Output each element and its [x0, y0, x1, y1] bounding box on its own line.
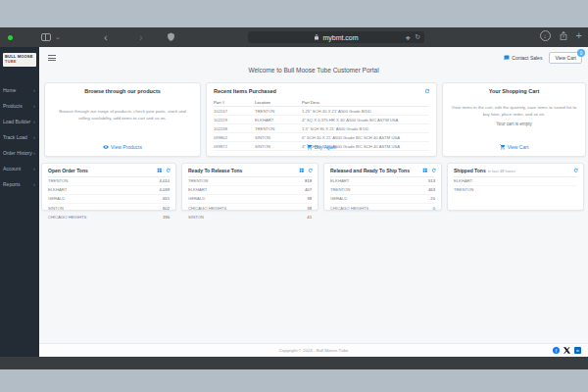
new-tab-icon[interactable]: +: [576, 30, 582, 41]
stat-row: TRENTON: [454, 186, 577, 194]
grid-icon[interactable]: [422, 168, 428, 173]
part-number: 102248: [214, 124, 255, 133]
chevron-right-icon: ›: [33, 87, 35, 93]
cart-count-badge: 0: [577, 49, 585, 57]
stat-row: GERALD38: [188, 195, 312, 204]
view-products-label: View Products: [111, 144, 142, 150]
view-cart-label: View Cart: [555, 55, 576, 61]
sidebar-item-account[interactable]: Account ›: [0, 161, 39, 176]
sidebar-item-reports[interactable]: Reports ›: [0, 176, 39, 192]
stat-row: ELKHART513: [330, 177, 435, 186]
view-cart-link[interactable]: View Cart: [443, 144, 585, 150]
x-twitter-icon[interactable]: [564, 347, 570, 354]
buy-again-label: Buy Again: [315, 144, 337, 150]
col-part: Part #: [214, 98, 255, 107]
back-button[interactable]: ‹: [104, 30, 108, 44]
cart-icon: [500, 144, 506, 150]
view-cart-button[interactable]: View Cart 0: [549, 52, 582, 64]
chat-icon: [504, 55, 510, 61]
stat-row: TRENTON463: [330, 186, 435, 195]
browse-products-card: Browse through our products Browse throu…: [44, 82, 201, 157]
browser-sidebar-toggle-icon[interactable]: [41, 33, 51, 41]
chevron-right-icon: ›: [33, 134, 35, 140]
logo-line2: TUBE: [5, 60, 34, 65]
ready-to-release-tons-card: Ready To Release Tons TRENTON818 ELKHART…: [181, 163, 318, 211]
stat-row: TRENTON4,010: [48, 177, 170, 186]
part-desc: 6" SCH 40 X 21' A500 Grade B/C SCH 40 AS…: [302, 133, 429, 142]
part-number: 102247: [214, 107, 255, 116]
stat-row: ELKHART4,039: [48, 186, 170, 195]
table-row: 102248 TRENTON 1.5" SCH 80 X 21' A500 Gr…: [214, 124, 429, 133]
part-desc: 1.25" SCH 40 X 21' A500 Grade B/DD: [302, 107, 429, 116]
table-row: 102247 TRENTON 1.25" SCH 40 X 21' A500 G…: [214, 107, 429, 116]
released-ready-to-ship-tons-card: Released and Ready To Ship Tons ELKHART5…: [323, 163, 442, 211]
sidebar-item-label: Home: [3, 87, 16, 93]
sidebar-item-label: Products: [3, 103, 23, 109]
stat-title: Shipped Tons: [454, 168, 486, 173]
extension-icon[interactable]: ❖: [406, 34, 411, 41]
part-desc: 1.5" SCH 80 X 21' A500 Grade B DD: [302, 124, 429, 133]
stat-row: GERALD20: [330, 195, 435, 204]
chevron-right-icon: ›: [33, 103, 35, 109]
downloads-icon[interactable]: ↓: [540, 30, 551, 41]
sidebar-menu: Home › Products › Load Builder › Track L…: [0, 82, 39, 192]
sidebar-item-label: Order History: [3, 150, 32, 156]
recent-items-card: Recent Items Purchased Part # Location P…: [206, 82, 437, 157]
card-body: View items in the cart, edit the quantit…: [451, 105, 577, 118]
sidebar-item-label: Track Load: [3, 134, 27, 140]
part-desc: 4" SQ X 0.375 HR X 40' A500 Grade B/C AS…: [302, 116, 429, 124]
stat-row: ELKHART407: [188, 186, 312, 195]
sidebar-item-label: Load Builder: [3, 119, 30, 124]
shopping-cart-card: Your Shopping Cart View items in the car…: [442, 82, 586, 157]
chevron-right-icon: ›: [33, 181, 35, 187]
refresh-icon[interactable]: [308, 168, 314, 173]
grid-icon[interactable]: [157, 168, 163, 173]
stat-row: CHICAGO HEIGHTS38: [188, 204, 312, 213]
traffic-light-green[interactable]: [8, 35, 13, 40]
chevron-right-icon: ›: [33, 119, 35, 124]
recent-items-table: Part # Location Part Desc 102247 TRENTON…: [214, 98, 429, 151]
main-content: Contact Sales View Cart 0 Welcome to Bul…: [39, 47, 588, 357]
view-products-link[interactable]: View Products: [45, 144, 200, 150]
refresh-icon[interactable]: [431, 168, 437, 173]
chevron-right-icon: ›: [33, 166, 35, 172]
facebook-icon[interactable]: f: [553, 347, 560, 354]
col-desc: Part Desc: [302, 98, 429, 107]
open-order-tons-card: Open Order Tons TRENTON4,010 ELKHART4,03…: [41, 163, 176, 211]
location: SINTON: [255, 133, 302, 142]
stat-title: Ready To Release Tons: [188, 168, 242, 173]
table-row: 102229 ELKHART 4" SQ X 0.375 HR X 40' A5…: [214, 116, 429, 124]
sidebar-item-track-load[interactable]: Track Load ›: [0, 129, 39, 145]
share-icon[interactable]: [559, 30, 568, 41]
lock-icon: [314, 34, 319, 40]
forward-button[interactable]: ›: [139, 30, 143, 44]
contact-sales-button[interactable]: Contact Sales: [504, 55, 542, 61]
stat-row: CHICAGO HEIGHTS0: [330, 204, 435, 212]
copyright-text: Copyright © 2024 - Bull Moose Tube: [39, 348, 588, 353]
sidebar-item-load-builder[interactable]: Load Builder ›: [0, 114, 39, 129]
stat-row: CHICAGO HEIGHTS190: [48, 213, 170, 220]
bull-moose-tube-logo[interactable]: BULL MOOSE TUBE: [3, 53, 36, 67]
sidebar-item-order-history[interactable]: Order History ›: [0, 145, 39, 161]
sidebar-item-products[interactable]: Products ›: [0, 98, 39, 114]
sidebar-item-home[interactable]: Home ›: [0, 82, 39, 98]
card-title: Recent Items Purchased: [214, 88, 429, 94]
part-number: 099802: [214, 133, 255, 142]
part-number: 102229: [214, 116, 255, 124]
stat-row: TRENTON818: [188, 177, 312, 186]
buy-again-button[interactable]: Buy Again: [207, 144, 436, 150]
stat-row: SINTON41: [188, 213, 312, 220]
refresh-icon[interactable]: [166, 168, 172, 173]
linkedin-icon[interactable]: in: [574, 347, 581, 354]
grid-icon[interactable]: [299, 168, 305, 173]
refresh-icon[interactable]: [573, 168, 579, 173]
reload-icon[interactable]: ↻: [415, 33, 420, 41]
refresh-icon[interactable]: [424, 88, 430, 94]
chevron-down-icon[interactable]: ⌄: [55, 33, 61, 41]
hamburger-menu-icon[interactable]: [48, 55, 56, 61]
address-bar[interactable]: mybmt.com ❖ ↻: [248, 31, 424, 43]
location: TRENTON: [255, 107, 302, 116]
location: TRENTON: [255, 124, 302, 133]
stat-row: ELKHART: [454, 177, 577, 186]
stat-row: GERALD651: [48, 195, 170, 204]
